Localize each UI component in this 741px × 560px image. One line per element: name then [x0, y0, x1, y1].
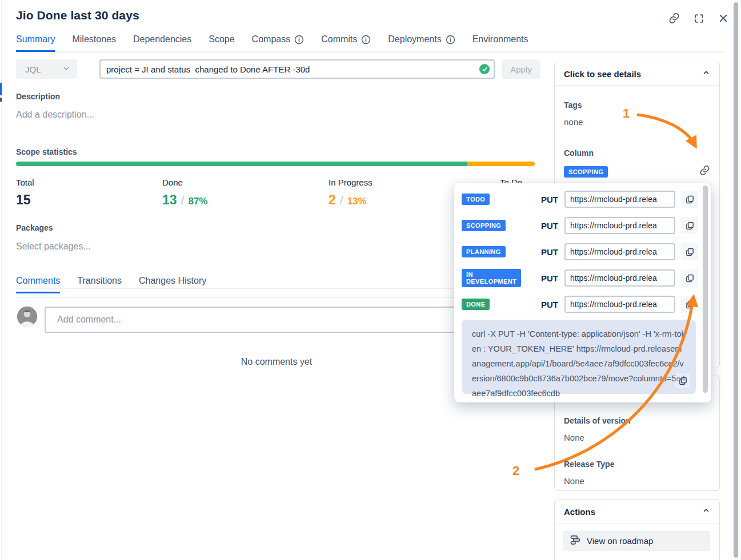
status-badge-in-development: IN DEVELOPMENT — [462, 269, 521, 287]
scope-statistics-label: Scope statistics — [16, 147, 77, 156]
actions-panel-header[interactable]: Actions — [555, 500, 719, 523]
packages-label: Packages — [16, 223, 53, 232]
endpoint-url-input[interactable] — [564, 243, 675, 260]
http-method: PUT — [541, 247, 558, 257]
stat-total-value: 15 — [16, 192, 31, 208]
tab-environments[interactable]: Environments — [472, 34, 528, 52]
popup-scrollbar[interactable] — [703, 186, 708, 397]
page-edge-mark — [0, 98, 2, 102]
main-tabs: Summary Milestones Dependencies Scope Co… — [16, 34, 528, 52]
stat-in-progress-pct: 13% — [347, 196, 367, 207]
actions-panel: Actions View on roadmap — [554, 499, 720, 560]
jql-query-input[interactable] — [99, 59, 495, 79]
info-icon — [361, 35, 371, 45]
stat-in-progress-value: 2 — [329, 192, 336, 208]
window-toolbar — [668, 13, 728, 24]
packages-placeholder[interactable]: Select packages... — [16, 241, 91, 252]
tab-comments[interactable]: Comments — [16, 276, 60, 293]
jql-type-select[interactable]: JQL — [16, 59, 77, 79]
roadmap-icon — [570, 534, 581, 547]
copy-curl-button[interactable] — [675, 373, 690, 388]
description-label: Description — [16, 92, 60, 101]
scope-progress-bar — [16, 162, 535, 166]
page-title: Jio Done last 30 days — [16, 9, 139, 22]
stat-done: Done 13 / 87% — [162, 178, 207, 208]
release-type-label: Release Type — [564, 460, 710, 469]
chevron-down-icon — [62, 65, 70, 74]
status-badge-done: DONE — [462, 299, 490, 310]
tab-changes-history[interactable]: Changes History — [139, 276, 206, 293]
stat-in-progress: In Progress 2 / 13% — [329, 178, 372, 208]
status-badge-planning: PLANNING — [462, 246, 506, 257]
page-edge-accent — [0, 83, 2, 95]
close-icon[interactable] — [718, 13, 728, 23]
stat-done-value: 13 — [162, 192, 177, 208]
copy-button[interactable] — [681, 296, 698, 313]
column-label: Column — [564, 148, 710, 158]
fullscreen-icon[interactable] — [694, 13, 704, 24]
progress-inprogress-segment — [467, 162, 535, 166]
details-panel-header[interactable]: Click to see details — [555, 62, 719, 86]
endpoint-url-input[interactable] — [564, 217, 675, 234]
annotation-label-2: 2 — [512, 464, 519, 478]
copy-button[interactable] — [681, 269, 698, 287]
stat-done-pct: 87% — [188, 196, 207, 207]
endpoint-url-input[interactable] — [564, 296, 675, 313]
http-method: PUT — [541, 300, 558, 309]
query-valid-check-icon — [479, 64, 490, 74]
progress-done-segment — [16, 162, 467, 166]
description-placeholder[interactable]: Add a description... — [16, 110, 94, 120]
curl-command-block: curl -X PUT -H 'Content-type: applicatio… — [462, 320, 696, 394]
tab-deployments[interactable]: Deployments — [388, 34, 455, 52]
tab-summary[interactable]: Summary — [16, 34, 55, 52]
copy-button[interactable] — [681, 191, 698, 208]
chevron-up-icon[interactable] — [702, 69, 710, 79]
copy-button[interactable] — [681, 217, 698, 234]
view-on-roadmap-button[interactable]: View on roadmap — [563, 531, 710, 551]
info-icon — [446, 35, 455, 45]
tab-dependencies[interactable]: Dependencies — [133, 34, 191, 52]
details-of-version-label: Details of version — [564, 416, 710, 425]
tags-label: Tags — [564, 100, 710, 110]
user-avatar — [17, 307, 37, 327]
chevron-up-icon[interactable] — [702, 506, 710, 517]
endpoint-url-input[interactable] — [564, 269, 675, 287]
release-type-value[interactable]: None — [564, 476, 710, 486]
popup-scrollbar-thumb[interactable] — [703, 186, 708, 393]
stat-total: Total 15 — [16, 178, 34, 208]
status-badge-scopping: SCOPPING — [462, 220, 506, 231]
endpoint-url-input[interactable] — [564, 191, 675, 208]
column-link-icon[interactable] — [699, 165, 710, 178]
apply-button[interactable]: Apply — [502, 59, 540, 79]
tab-compass[interactable]: Compass — [252, 34, 305, 52]
tab-commits[interactable]: Commits — [321, 34, 371, 52]
comment-tabs: Comments Transitions Changes History — [16, 276, 206, 293]
page-scrollbar[interactable] — [734, 2, 738, 558]
tab-milestones[interactable]: Milestones — [72, 34, 115, 52]
column-badge[interactable]: SCOPPING — [564, 166, 608, 178]
tab-transitions[interactable]: Transitions — [77, 276, 122, 293]
tab-scope[interactable]: Scope — [209, 34, 234, 52]
status-badge-todo: TODO — [462, 194, 490, 205]
http-method: PUT — [541, 221, 558, 231]
http-method: PUT — [541, 195, 558, 204]
curl-command-text: curl -X PUT -H 'Content-type: applicatio… — [472, 329, 686, 398]
link-icon[interactable] — [668, 13, 680, 24]
http-method: PUT — [541, 273, 558, 283]
copy-button[interactable] — [681, 243, 698, 260]
column-endpoints-popup: TODO PUT SCOPPING PUT PLANNING PUT IN DE… — [454, 183, 711, 402]
info-icon — [294, 35, 304, 45]
tags-value[interactable]: none — [564, 117, 710, 127]
jql-bar: JQL Apply — [16, 59, 540, 79]
details-of-version-value[interactable]: None — [564, 433, 710, 442]
